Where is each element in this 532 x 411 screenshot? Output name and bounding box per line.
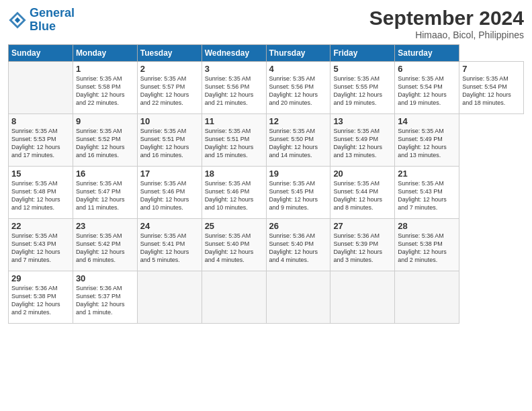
day-info: Sunrise: 5:35 AM Sunset: 5:40 PM Dayligh…	[205, 232, 263, 265]
day-info: Sunrise: 5:35 AM Sunset: 5:43 PM Dayligh…	[11, 232, 70, 265]
calendar-cell: 21Sunrise: 5:35 AM Sunset: 5:43 PM Dayli…	[395, 167, 459, 219]
calendar-cell	[9, 62, 73, 114]
day-number: 16	[76, 169, 134, 179]
day-number: 23	[76, 221, 134, 231]
calendar-cell: 5Sunrise: 5:35 AM Sunset: 5:55 PM Daylig…	[330, 62, 395, 114]
calendar-cell	[202, 271, 266, 324]
calendar-week-3: 15Sunrise: 5:35 AM Sunset: 5:48 PM Dayli…	[9, 167, 524, 219]
calendar-cell: 9Sunrise: 5:35 AM Sunset: 5:52 PM Daylig…	[73, 114, 137, 167]
header: General Blue September 2024 Himaao, Bico…	[8, 7, 524, 40]
calendar-cell: 22Sunrise: 5:35 AM Sunset: 5:43 PM Dayli…	[9, 219, 73, 271]
logo-icon	[8, 11, 27, 30]
calendar-cell: 11Sunrise: 5:35 AM Sunset: 5:51 PM Dayli…	[202, 114, 266, 167]
day-number: 19	[269, 169, 328, 179]
calendar-cell: 4Sunrise: 5:35 AM Sunset: 5:56 PM Daylig…	[266, 62, 330, 114]
calendar-cell: 8Sunrise: 5:35 AM Sunset: 5:53 PM Daylig…	[9, 114, 73, 167]
location-title: Himaao, Bicol, Philippines	[369, 30, 524, 40]
day-info: Sunrise: 5:36 AM Sunset: 5:38 PM Dayligh…	[11, 284, 70, 317]
calendar-cell: 2Sunrise: 5:35 AM Sunset: 5:57 PM Daylig…	[137, 62, 202, 114]
day-number: 1	[76, 64, 134, 74]
day-number: 13	[333, 116, 392, 126]
day-number: 29	[11, 273, 70, 283]
day-info: Sunrise: 5:36 AM Sunset: 5:38 PM Dayligh…	[398, 232, 456, 265]
calendar-cell: 16Sunrise: 5:35 AM Sunset: 5:47 PM Dayli…	[73, 167, 137, 219]
day-info: Sunrise: 5:35 AM Sunset: 5:56 PM Dayligh…	[269, 75, 328, 107]
day-info: Sunrise: 5:35 AM Sunset: 5:52 PM Dayligh…	[76, 127, 134, 160]
day-number: 8	[11, 116, 70, 126]
day-info: Sunrise: 5:35 AM Sunset: 5:49 PM Dayligh…	[398, 127, 456, 160]
day-number: 30	[76, 273, 134, 283]
day-number: 24	[140, 221, 199, 231]
header-row: Sunday Monday Tuesday Wednesday Thursday…	[9, 45, 524, 62]
col-saturday: Saturday	[395, 45, 459, 62]
day-info: Sunrise: 5:35 AM Sunset: 5:41 PM Dayligh…	[140, 232, 199, 265]
calendar-cell: 1Sunrise: 5:35 AM Sunset: 5:58 PM Daylig…	[73, 62, 137, 114]
calendar-cell: 26Sunrise: 5:36 AM Sunset: 5:40 PM Dayli…	[266, 219, 330, 271]
day-info: Sunrise: 5:35 AM Sunset: 5:43 PM Dayligh…	[398, 179, 456, 212]
day-info: Sunrise: 5:35 AM Sunset: 5:46 PM Dayligh…	[205, 179, 263, 212]
day-info: Sunrise: 5:35 AM Sunset: 5:53 PM Dayligh…	[11, 127, 70, 160]
calendar-cell: 15Sunrise: 5:35 AM Sunset: 5:48 PM Dayli…	[9, 167, 73, 219]
calendar-cell: 24Sunrise: 5:35 AM Sunset: 5:41 PM Dayli…	[137, 219, 202, 271]
day-number: 26	[269, 221, 328, 231]
day-number: 7	[462, 64, 521, 74]
day-info: Sunrise: 5:35 AM Sunset: 5:54 PM Dayligh…	[462, 75, 521, 107]
col-tuesday: Tuesday	[137, 45, 202, 62]
day-number: 11	[205, 116, 263, 126]
col-sunday: Sunday	[9, 45, 73, 62]
calendar-table: Sunday Monday Tuesday Wednesday Thursday…	[8, 44, 524, 324]
day-info: Sunrise: 5:36 AM Sunset: 5:37 PM Dayligh…	[76, 284, 134, 317]
calendar-cell: 13Sunrise: 5:35 AM Sunset: 5:49 PM Dayli…	[330, 114, 395, 167]
day-number: 9	[76, 116, 134, 126]
day-number: 5	[333, 64, 392, 74]
calendar-cell	[395, 271, 459, 324]
day-number: 12	[269, 116, 328, 126]
day-number: 17	[140, 169, 199, 179]
day-info: Sunrise: 5:35 AM Sunset: 5:44 PM Dayligh…	[333, 179, 392, 212]
calendar-week-1: 1Sunrise: 5:35 AM Sunset: 5:58 PM Daylig…	[9, 62, 524, 114]
day-number: 21	[398, 169, 456, 179]
logo-text: General Blue	[30, 7, 75, 34]
day-info: Sunrise: 5:35 AM Sunset: 5:50 PM Dayligh…	[269, 127, 328, 160]
day-info: Sunrise: 5:36 AM Sunset: 5:39 PM Dayligh…	[333, 232, 392, 265]
calendar-week-5: 29Sunrise: 5:36 AM Sunset: 5:38 PM Dayli…	[9, 271, 524, 324]
logo-line1: General	[30, 6, 75, 19]
day-info: Sunrise: 5:35 AM Sunset: 5:46 PM Dayligh…	[140, 179, 199, 212]
calendar-cell: 3Sunrise: 5:35 AM Sunset: 5:56 PM Daylig…	[202, 62, 266, 114]
day-info: Sunrise: 5:35 AM Sunset: 5:51 PM Dayligh…	[205, 127, 263, 160]
day-number: 3	[205, 64, 263, 74]
calendar-cell: 12Sunrise: 5:35 AM Sunset: 5:50 PM Dayli…	[266, 114, 330, 167]
day-number: 18	[205, 169, 263, 179]
calendar-cell: 25Sunrise: 5:35 AM Sunset: 5:40 PM Dayli…	[202, 219, 266, 271]
day-number: 10	[140, 116, 199, 126]
logo-line2: Blue	[30, 19, 56, 33]
col-monday: Monday	[73, 45, 137, 62]
calendar-cell: 27Sunrise: 5:36 AM Sunset: 5:39 PM Dayli…	[330, 219, 395, 271]
title-block: September 2024 Himaao, Bicol, Philippine…	[369, 7, 524, 40]
day-number: 25	[205, 221, 263, 231]
day-info: Sunrise: 5:35 AM Sunset: 5:51 PM Dayligh…	[140, 127, 199, 160]
day-number: 2	[140, 64, 199, 74]
calendar-cell: 18Sunrise: 5:35 AM Sunset: 5:46 PM Dayli…	[202, 167, 266, 219]
calendar-cell: 23Sunrise: 5:35 AM Sunset: 5:42 PM Dayli…	[73, 219, 137, 271]
day-number: 20	[333, 169, 392, 179]
day-info: Sunrise: 5:35 AM Sunset: 5:49 PM Dayligh…	[333, 127, 392, 160]
calendar-cell: 10Sunrise: 5:35 AM Sunset: 5:51 PM Dayli…	[137, 114, 202, 167]
calendar-cell: 20Sunrise: 5:35 AM Sunset: 5:44 PM Dayli…	[330, 167, 395, 219]
calendar-cell: 14Sunrise: 5:35 AM Sunset: 5:49 PM Dayli…	[395, 114, 459, 167]
day-info: Sunrise: 5:36 AM Sunset: 5:40 PM Dayligh…	[269, 232, 328, 265]
calendar-cell: 19Sunrise: 5:35 AM Sunset: 5:45 PM Dayli…	[266, 167, 330, 219]
calendar-week-4: 22Sunrise: 5:35 AM Sunset: 5:43 PM Dayli…	[9, 219, 524, 271]
day-info: Sunrise: 5:35 AM Sunset: 5:54 PM Dayligh…	[398, 75, 456, 107]
col-thursday: Thursday	[266, 45, 330, 62]
day-info: Sunrise: 5:35 AM Sunset: 5:57 PM Dayligh…	[140, 75, 199, 107]
col-wednesday: Wednesday	[202, 45, 266, 62]
calendar-cell	[137, 271, 202, 324]
page-container: General Blue September 2024 Himaao, Bico…	[0, 0, 532, 330]
day-info: Sunrise: 5:35 AM Sunset: 5:55 PM Dayligh…	[333, 75, 392, 107]
calendar-cell	[266, 271, 330, 324]
day-number: 6	[398, 64, 456, 74]
calendar-week-2: 8Sunrise: 5:35 AM Sunset: 5:53 PM Daylig…	[9, 114, 524, 167]
day-info: Sunrise: 5:35 AM Sunset: 5:56 PM Dayligh…	[205, 75, 263, 107]
calendar-cell: 29Sunrise: 5:36 AM Sunset: 5:38 PM Dayli…	[9, 271, 73, 324]
